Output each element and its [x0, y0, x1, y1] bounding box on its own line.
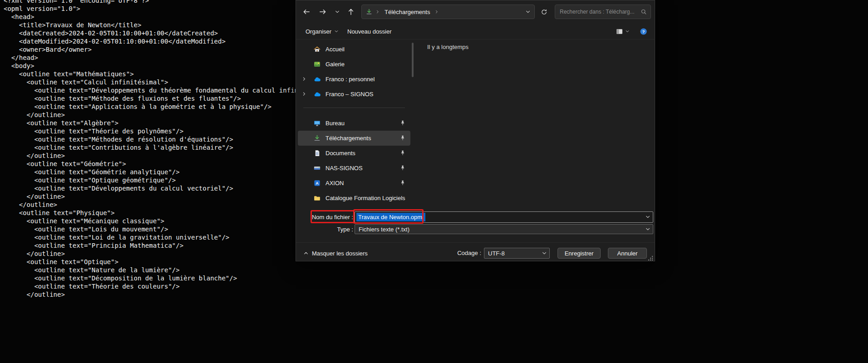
sidebar-item-documents[interactable]: Documents: [298, 146, 410, 161]
sidebar-item-franco-signos[interactable]: Franco – SIGNOS: [298, 87, 410, 102]
filetype-value: Fichiers texte (*.txt): [359, 226, 409, 233]
chevron-down-icon: [525, 9, 531, 15]
encoding-label: Codage :: [449, 250, 481, 256]
search-icon: [641, 9, 647, 15]
chevron-up-icon: [303, 250, 309, 256]
chevron-down-icon: [334, 29, 339, 34]
hide-folders-label: Masquer les dossiers: [312, 250, 368, 257]
downloads-icon: [365, 8, 373, 15]
sidebar-separator: [303, 108, 405, 108]
pin-icon: [399, 165, 406, 171]
sidebar-item-label: Documents: [326, 150, 355, 157]
encoding-dropdown-chevron[interactable]: [542, 250, 547, 256]
organize-button[interactable]: Organiser: [301, 25, 343, 38]
chevron-right-icon[interactable]: [301, 76, 307, 82]
filetype-dropdown-chevron[interactable]: [645, 226, 651, 232]
search-box[interactable]: [555, 5, 651, 19]
sidebar-item-label: Franco – SIGNOS: [326, 91, 373, 98]
navigation-pane: Accueil Galerie Franco : personnel: [298, 42, 410, 206]
filetype-select[interactable]: Fichiers texte (*.txt): [355, 224, 653, 234]
pin-icon: [399, 180, 406, 186]
sidebar-item-galerie[interactable]: Galerie: [298, 57, 410, 72]
sidebar-item-label: NAS-SIGNOS: [326, 165, 363, 172]
sidebar-item-label: Galerie: [326, 61, 345, 68]
new-folder-button[interactable]: Nouveau dossier: [343, 25, 396, 38]
breadcrumb-chevron-icon: [375, 10, 380, 14]
document-icon: [313, 149, 321, 157]
refresh-button[interactable]: [538, 5, 550, 18]
sidebar-item-bureau[interactable]: Bureau: [298, 116, 410, 131]
sidebar-item-label: Accueil: [326, 46, 345, 53]
filename-label: Nom du fichier :: [296, 214, 353, 221]
desktop-icon: [313, 119, 321, 127]
dialog-footer: Masquer les dossiers Codage : UTF-8 Enre…: [296, 242, 655, 262]
sidebar-item-accueil[interactable]: Accueil: [298, 42, 410, 57]
pin-icon: [399, 135, 406, 141]
forward-arrow-icon: [319, 8, 327, 16]
up-arrow-icon: [347, 8, 355, 16]
sidebar-item-label: Franco : personnel: [326, 76, 375, 83]
sidebar-item-catalogue-formation-logiciels[interactable]: Catalogue Formation Logiciels: [298, 191, 410, 206]
cancel-button[interactable]: Annuler: [608, 248, 647, 259]
back-button[interactable]: [300, 5, 313, 19]
help-button[interactable]: ?: [639, 27, 648, 36]
chevron-right-icon[interactable]: [301, 91, 307, 97]
folder-icon: [313, 194, 321, 202]
pin-icon: [399, 120, 406, 126]
sidebar-item-telechargements[interactable]: Téléchargements: [298, 131, 410, 146]
svg-text:?: ?: [642, 29, 645, 34]
new-folder-label: Nouveau dossier: [347, 28, 392, 35]
view-options-button[interactable]: [615, 27, 631, 36]
gallery-icon: [313, 60, 321, 68]
search-input[interactable]: [559, 8, 641, 15]
dialog-toolbar: Organiser Nouveau dossier ?: [296, 23, 655, 39]
file-group-header[interactable]: Il y a longtemps: [427, 44, 654, 50]
forward-button[interactable]: [316, 5, 330, 19]
chevron-down-icon: [335, 9, 340, 15]
opml-source-text: <?xml version="1.0" encoding="UTF-8"?> <…: [4, 0, 340, 299]
filename-dropdown-chevron[interactable]: [645, 214, 651, 220]
filename-value-selected: Travaux de Newton.opml: [356, 213, 425, 221]
onedrive-icon: [313, 75, 321, 83]
breadcrumb-item-telechargements[interactable]: Téléchargements: [383, 8, 432, 16]
code-editor[interactable]: <?xml version="1.0" encoding="UTF-8"?> <…: [4, 0, 340, 299]
sidebar-item-label: Téléchargements: [326, 135, 371, 142]
sidebar-item-nas-signos[interactable]: NAS-SIGNOS: [298, 161, 410, 176]
home-icon: [313, 45, 321, 53]
refresh-icon: [541, 9, 547, 15]
address-bar[interactable]: Téléchargements: [361, 5, 535, 19]
sidebar-item-axion[interactable]: A AXION: [298, 176, 410, 191]
resize-grip[interactable]: [648, 255, 653, 261]
breadcrumb-chevron-icon: [434, 10, 439, 14]
filename-input[interactable]: Travaux de Newton.opml: [355, 211, 653, 223]
filetype-label: Type :: [296, 226, 353, 233]
encoding-select[interactable]: UTF-8: [484, 248, 550, 259]
organize-label: Organiser: [306, 28, 331, 35]
sidebar-item-label: Bureau: [326, 120, 345, 127]
file-list-pane[interactable]: Il y a longtemps: [418, 40, 654, 208]
sidebar-item-label: AXION: [326, 180, 344, 186]
downloads-icon: [313, 134, 321, 142]
pin-icon: [399, 150, 406, 156]
help-icon: ?: [640, 28, 647, 35]
recent-locations-button[interactable]: [331, 5, 343, 19]
save-button[interactable]: Enregistrer: [557, 248, 601, 259]
onedrive-icon: [313, 90, 321, 98]
save-as-dialog: Téléchargements Organiser Nouveau dossie…: [296, 0, 655, 261]
back-arrow-icon: [302, 8, 311, 16]
svg-text:A: A: [316, 181, 319, 186]
chevron-down-icon: [625, 29, 630, 34]
drive-a-icon: A: [313, 179, 321, 187]
sidebar-item-label: Catalogue Formation Logiciels: [326, 195, 405, 201]
up-button[interactable]: [344, 5, 358, 19]
sidebar-item-franco-personnel[interactable]: Franco : personnel: [298, 72, 410, 87]
sidebar-scrollbar[interactable]: [412, 43, 414, 77]
hide-folders-button[interactable]: Masquer les dossiers: [301, 248, 370, 259]
view-icon: [616, 28, 623, 35]
encoding-value: UTF-8: [488, 250, 505, 257]
address-dropdown-button[interactable]: [525, 9, 531, 15]
network-drive-icon: [313, 164, 321, 172]
